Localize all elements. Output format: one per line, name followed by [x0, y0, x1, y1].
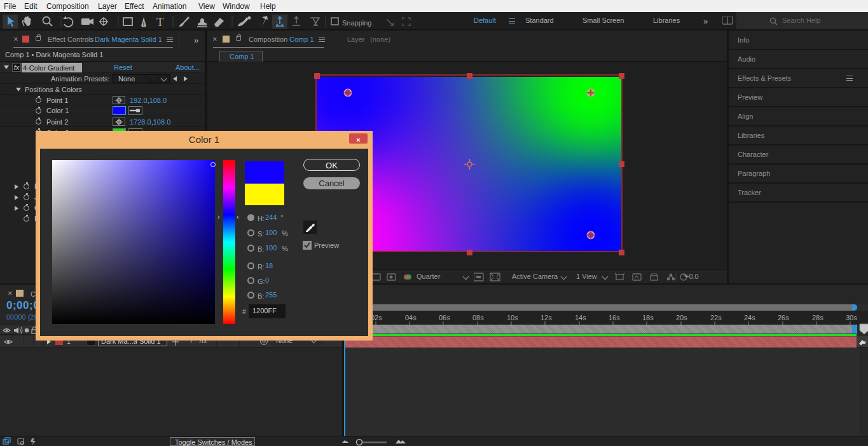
- svg-text:T: T: [156, 15, 164, 29]
